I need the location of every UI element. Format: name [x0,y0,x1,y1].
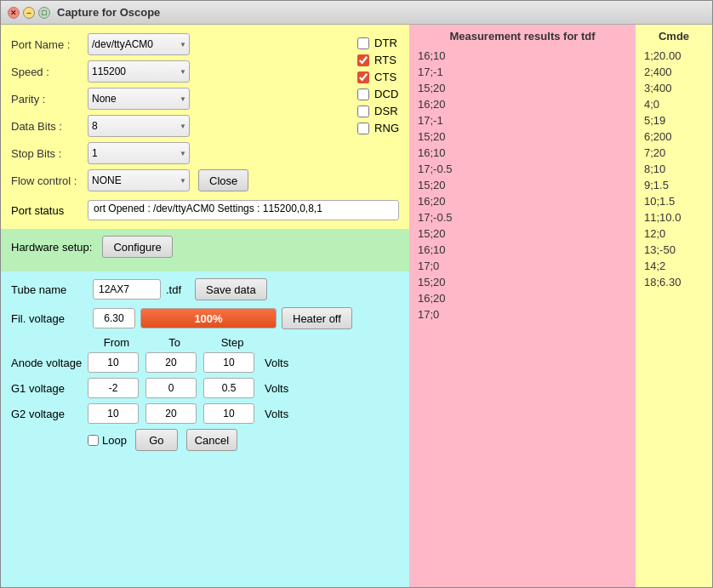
cmde-value: 18;6.30 [641,274,707,290]
rng-label: RNG [374,122,399,134]
g1-voltage-label: G1 voltage [11,382,88,395]
data-bits-label: Data Bits : [11,120,88,133]
cmde-value: 4;0 [641,96,707,112]
parity-select-wrapper: None [88,88,190,110]
speed-row: Speed : 115200 [11,60,345,83]
result-value: 16;20 [414,96,630,112]
result-value: 15;20 [414,274,630,290]
anode-from-input[interactable] [88,352,139,373]
rts-checkbox-item: RTS [357,54,399,66]
close-button[interactable]: Close [198,169,248,191]
stop-bits-row: Stop Bits : 1 [11,142,345,164]
flow-control-select[interactable]: NONE [88,169,190,191]
go-button[interactable]: Go [135,429,178,451]
speed-select[interactable]: 115200 [88,60,190,83]
stop-bits-select-wrapper: 1 [88,142,190,164]
main-content: Port Name : /dev/ttyACM0 Speed : [1,25,712,587]
data-bits-row: Data Bits : 8 [11,115,345,137]
g2-to-input[interactable] [145,403,197,424]
speed-label: Speed : [11,66,88,78]
result-value: 17;-1 [414,64,630,80]
result-value: 16;20 [414,193,630,209]
tube-name-row: Tube name .tdf Save data [11,278,399,300]
result-value: 15;20 [414,225,630,242]
cmde-value: 5;19 [641,112,707,128]
port-name-label: Port Name : [11,38,88,51]
anode-to-input[interactable] [145,352,197,373]
parity-select[interactable]: None [88,88,190,110]
voltage-headers: From To Step [11,336,399,349]
result-value: 17;0 [414,306,630,323]
result-value: 15;20 [414,128,630,145]
save-data-button[interactable]: Save data [195,278,267,300]
dcd-checkbox-item: DCD [357,88,399,100]
cts-checkbox[interactable] [357,71,369,83]
fil-voltage-label: Fil. voltage [11,312,88,325]
g1-unit: Volts [265,382,288,395]
maximize-window-button[interactable]: □ [38,7,50,19]
results-scroll[interactable]: 16;1017;-115;2016;2017;-115;2016;1017;-0… [414,48,630,582]
speed-select-wrapper: 115200 [88,60,190,83]
stop-bits-select[interactable]: 1 [88,142,190,164]
hardware-setup-header: Hardware setup: Configure [11,236,399,258]
measurement-results-panel: Measurement results for tdf 16;1017;-115… [409,25,636,587]
dsr-checkbox[interactable] [357,106,369,117]
port-status-value: ort Opened : /dev/ttyACM0 Settings : 115… [88,200,399,220]
minimize-window-button[interactable]: – [23,7,35,19]
g1-from-input[interactable] [88,378,139,398]
hardware-setup-label: Hardware setup: [11,241,92,254]
dsr-checkbox-item: DSR [357,105,399,117]
main-window: ✕ – □ Capture for Oscope Port Name : [0,0,713,588]
close-window-button[interactable]: ✕ [8,7,20,19]
fil-voltage-input[interactable] [93,308,135,328]
rts-checkbox[interactable] [357,54,369,66]
heater-off-button[interactable]: Heater off [282,307,352,329]
cmde-value: 12;0 [641,225,707,242]
anode-unit: Volts [265,357,288,369]
port-status-row: Port status ort Opened : /dev/ttyACM0 Se… [11,200,399,220]
dcd-label: DCD [374,88,398,100]
cmde-value: 13;-50 [641,242,707,258]
fil-voltage-row: Fil. voltage 100% Heater off [11,307,399,329]
cmde-value: 14;2 [641,258,707,274]
port-name-select-wrapper: /dev/ttyACM0 [88,33,190,55]
g1-to-input[interactable] [145,378,197,398]
loop-checkbox[interactable] [88,435,99,446]
dcd-checkbox[interactable] [357,88,369,100]
result-value: 17;-1 [414,112,630,128]
loop-row: Loop Go Cancel [11,429,399,451]
result-value: 16;10 [414,145,630,161]
from-header: From [88,336,145,349]
configure-button[interactable]: Configure [102,236,172,258]
data-bits-select-wrapper: 8 [88,115,190,137]
window-controls: ✕ – □ [8,7,50,19]
result-value: 16;20 [414,290,630,306]
g2-voltage-label: G2 voltage [11,408,88,420]
cmde-value: 3;400 [641,80,707,96]
cmde-header: Cmde [641,30,707,43]
data-bits-select[interactable]: 8 [88,115,190,137]
g2-unit: Volts [265,408,288,420]
port-status-label: Port status [11,204,88,217]
dtr-checkbox[interactable] [357,37,369,49]
tube-name-input[interactable] [93,279,161,300]
cancel-button[interactable]: Cancel [186,429,237,451]
g1-step-input[interactable] [203,378,254,398]
anode-voltage-label: Anode voltage [11,357,88,369]
anode-step-input[interactable] [203,352,254,373]
port-config-section: Port Name : /dev/ttyACM0 Speed : [1,25,409,229]
g2-from-input[interactable] [88,403,139,424]
cmde-scroll[interactable]: 1;20.002;4003;4004;05;196;2007;208;109;1… [641,48,707,582]
hardware-setup-section: Hardware setup: Configure [1,229,409,271]
titlebar: ✕ – □ Capture for Oscope [1,1,712,25]
right-panels: Measurement results for tdf 16;1017;-115… [409,25,712,587]
port-name-select[interactable]: /dev/ttyACM0 [88,33,190,55]
dsr-label: DSR [374,105,397,117]
flow-control-select-wrapper: NONE [88,169,190,191]
cmde-value: 1;20.00 [641,48,707,64]
loop-label: Loop [102,434,127,447]
port-name-row: Port Name : /dev/ttyACM0 [11,33,345,55]
rng-checkbox[interactable] [357,123,369,134]
result-value: 17;-0.5 [414,161,630,177]
g2-step-input[interactable] [203,403,254,424]
